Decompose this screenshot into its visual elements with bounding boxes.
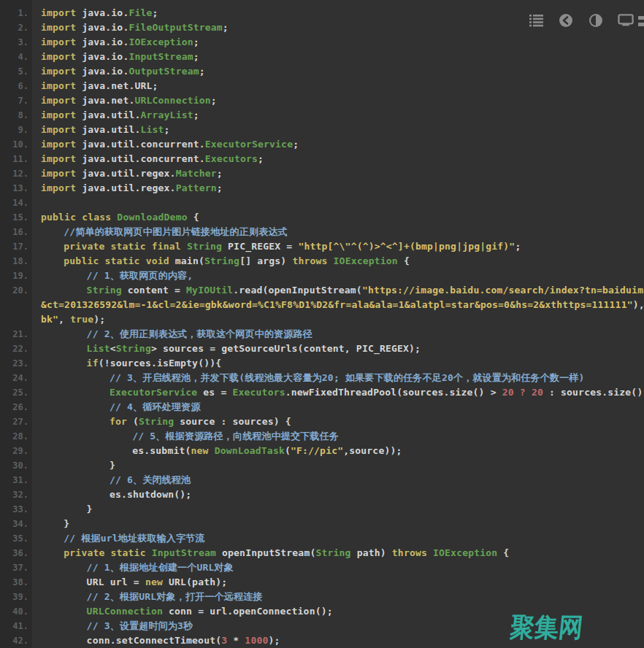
code-line-content[interactable]: List<String> sources = getSourceUrls(con…: [32, 342, 644, 356]
code-line[interactable]: 16.//简单的获取网页中图片图片链接地址的正则表达式: [0, 225, 644, 239]
line-number: 34.: [0, 517, 32, 531]
code-line[interactable]: 13.import java.util.regex.Pattern;: [0, 181, 644, 196]
code-line-content[interactable]: // 4、循环处理资源: [32, 400, 644, 414]
code-line[interactable]: 34.}: [0, 517, 644, 531]
code-line[interactable]: 18.public static void main(String[] args…: [0, 254, 644, 269]
code-line[interactable]: 4.import java.io.InputStream;: [0, 50, 644, 64]
code-line[interactable]: 24.// 3、开启线程池，并发下载(线程池最大容量为20; 如果要下载的任务不…: [0, 371, 644, 385]
code-line-content[interactable]: import java.net.URLConnection;: [32, 93, 644, 108]
code-token-txt: URL url =: [87, 576, 145, 587]
code-line[interactable]: 27.for (String source : sources) {: [0, 414, 644, 429]
code-line[interactable]: 37.// 1、根据地址创建一个URL对象: [0, 560, 644, 575]
code-line-content[interactable]: es.shutdown();: [32, 487, 644, 502]
code-line-content[interactable]: //简单的获取网页中图片图片链接地址的正则表达式: [32, 225, 644, 239]
code-line-content[interactable]: // 1、根据地址创建一个URL对象: [32, 560, 644, 575]
code-line-content[interactable]: [32, 196, 644, 210]
code-line-content[interactable]: private static InputStream openInputStre…: [32, 546, 644, 560]
code-token-str: "http[^\"^(^)>^<^]+(bmp|png|jpg|gif)": [298, 241, 515, 252]
code-line-content[interactable]: // 6、关闭线程池: [32, 473, 644, 487]
code-token-txt: java.io.: [76, 51, 129, 62]
code-line[interactable]: 23.if(!sources.isEmpty()){: [0, 356, 644, 371]
code-line-content[interactable]: es.submit(new DownLoadTask("F://pic",sou…: [32, 444, 644, 458]
code-line[interactable]: bk", true);: [0, 312, 644, 327]
code-line[interactable]: 33.}: [0, 502, 644, 517]
code-line-content[interactable]: if(!sources.isEmpty()){: [32, 356, 644, 371]
code-line[interactable]: &ct=201326592&lm=-1&cl=2&ie=gbk&word=%C1…: [0, 298, 644, 312]
code-line[interactable]: 38.URL url = new URL(path);: [0, 575, 644, 590]
code-line-content[interactable]: public class DownloadDemo {: [32, 210, 644, 225]
code-line-content[interactable]: import java.io.IOException;: [32, 35, 644, 50]
code-line[interactable]: 3.import java.io.IOException;: [0, 35, 644, 50]
code-token-txt: .newFixedThreadPool(sources.size() >: [285, 387, 502, 398]
code-line[interactable]: 39.// 2、根据URL对象，打开一个远程连接: [0, 590, 644, 604]
code-line[interactable]: 35.// 根据url地址获取输入字节流: [0, 531, 644, 546]
code-line-content[interactable]: import java.util.regex.Matcher;: [32, 166, 644, 181]
list-icon[interactable]: [528, 13, 544, 28]
code-line-content[interactable]: import java.util.concurrent.ExecutorServ…: [32, 137, 644, 152]
code-line-content[interactable]: String content = MyIOUtil.read(openInput…: [32, 283, 644, 298]
code-line-content[interactable]: }: [32, 517, 644, 531]
code-line-content[interactable]: // 1、获取网页的内容,: [32, 269, 644, 283]
code-token-cls: URLConnection: [87, 606, 163, 617]
contrast-icon[interactable]: [588, 13, 604, 28]
code-line-content[interactable]: bk", true);: [32, 312, 644, 327]
code-token-kw: private static: [64, 547, 145, 558]
code-editor[interactable]: 1.import java.io.File;2.import java.io.F…: [0, 6, 644, 648]
code-line-content[interactable]: import java.util.concurrent.Executors;: [32, 152, 644, 166]
code-line[interactable]: 19.// 1、获取网页的内容,: [0, 269, 644, 283]
code-token-txt: java.util.concurrent.: [76, 139, 205, 150]
code-line[interactable]: 32.es.shutdown();: [0, 487, 644, 502]
code-line[interactable]: 6.import java.net.URL;: [0, 79, 644, 93]
code-line[interactable]: 21.// 2、使用正则表达式，获取这个网页中的资源路径: [0, 327, 644, 342]
code-line[interactable]: 7.import java.net.URLConnection;: [0, 93, 644, 108]
code-line[interactable]: 14.: [0, 196, 644, 210]
code-line[interactable]: 26.// 4、循环处理资源: [0, 400, 644, 414]
code-line-content[interactable]: // 根据url地址获取输入字节流: [32, 531, 644, 546]
code-line-content[interactable]: import java.util.ArrayList;: [32, 108, 644, 123]
back-circle-icon[interactable]: [558, 13, 574, 28]
code-line[interactable]: 5.import java.io.OutputStream;: [0, 64, 644, 79]
code-line[interactable]: 29.es.submit(new DownLoadTask("F://pic",…: [0, 444, 644, 458]
code-line-content[interactable]: import java.util.regex.Pattern;: [32, 181, 644, 196]
code-line[interactable]: 36.private static InputStream openInputS…: [0, 546, 644, 560]
code-line[interactable]: 31.// 6、关闭线程池: [0, 473, 644, 487]
code-token-cmt: // 6、关闭线程池: [110, 474, 191, 485]
code-line-content[interactable]: import java.util.List;: [32, 123, 644, 137]
code-token-txt: ;: [223, 22, 229, 33]
code-line[interactable]: 30.}: [0, 458, 644, 473]
code-line-content[interactable]: // 5、根据资源路径，向线程池中提交下载任务: [32, 429, 644, 444]
code-line-content[interactable]: import java.net.URL;: [32, 79, 644, 93]
code-line-content[interactable]: public static void main(String[] args) t…: [32, 254, 644, 269]
code-line[interactable]: 17.private static final String PIC_REGEX…: [0, 239, 644, 254]
code-line-content[interactable]: URL url = new URL(path);: [32, 575, 644, 590]
line-number: 17.: [0, 239, 32, 254]
more-icon[interactable]: [638, 16, 644, 26]
line-number: 20.: [0, 283, 32, 298]
code-line[interactable]: 15.public class DownloadDemo {: [0, 210, 644, 225]
line-number: 29.: [0, 444, 32, 458]
code-line[interactable]: 22.List<String> sources = getSourceUrls(…: [0, 342, 644, 356]
code-line-content[interactable]: for (String source : sources) {: [32, 414, 644, 429]
code-line-content[interactable]: }: [32, 502, 644, 517]
code-line-content[interactable]: private static final String PIC_REGEX = …: [32, 239, 644, 254]
code-line[interactable]: 11.import java.util.concurrent.Executors…: [0, 152, 644, 166]
code-line-content[interactable]: // 3、开启线程池，并发下载(线程池最大容量为20; 如果要下载的任务不足20…: [32, 371, 644, 385]
code-token-txt: ;: [217, 168, 223, 179]
code-line[interactable]: 10.import java.util.concurrent.ExecutorS…: [0, 137, 644, 152]
code-line[interactable]: 8.import java.util.ArrayList;: [0, 108, 644, 123]
code-line-content[interactable]: import java.io.InputStream;: [32, 50, 644, 64]
code-line-content[interactable]: &ct=201326592&lm=-1&cl=2&ie=gbk&word=%C1…: [32, 298, 644, 312]
line-number: 42.: [0, 633, 32, 648]
code-line[interactable]: 20.String content = MyIOUtil.read(openIn…: [0, 283, 644, 298]
code-line[interactable]: 9.import java.util.List;: [0, 123, 644, 137]
code-line-content[interactable]: }: [32, 458, 644, 473]
code-line[interactable]: 12.import java.util.regex.Matcher;: [0, 166, 644, 181]
code-line-content[interactable]: // 2、根据URL对象，打开一个远程连接: [32, 590, 644, 604]
code-line[interactable]: 28.// 5、根据资源路径，向线程池中提交下载任务: [0, 429, 644, 444]
code-line-content[interactable]: // 2、使用正则表达式，获取这个网页中的资源路径: [32, 327, 644, 342]
code-line-content[interactable]: ExecutorService es = Executors.newFixedT…: [32, 385, 644, 400]
code-line[interactable]: 25.ExecutorService es = Executors.newFix…: [0, 385, 644, 400]
monitor-icon[interactable]: [618, 13, 634, 28]
code-token-txt: ;: [164, 124, 170, 135]
code-line-content[interactable]: import java.io.OutputStream;: [32, 64, 644, 79]
